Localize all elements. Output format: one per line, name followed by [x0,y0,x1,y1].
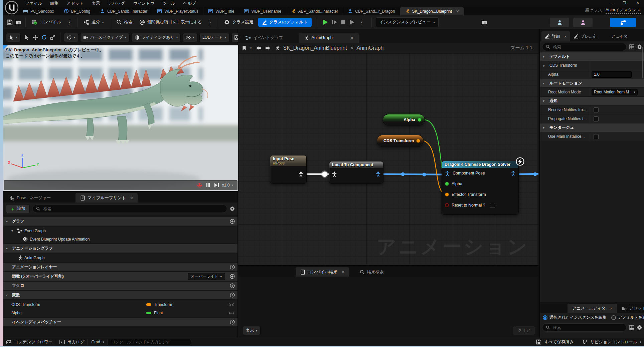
step-forward-icon[interactable] [214,183,217,187]
bp-section-イベントディスパッチャー[interactable]: イベントディスパッチャー [3,318,237,326]
node-alpha-getter[interactable]: Alpha [383,114,425,125]
grid-view-icon[interactable] [629,44,634,49]
play-options-kebab-icon[interactable]: ⋮ [358,20,365,25]
show-flags-button[interactable]: ▾ [183,33,197,42]
save-icon[interactable] [7,19,13,25]
rotation-snap-button[interactable]: ▾ [64,33,78,42]
asset-tab-BP_Config[interactable]: BP_Config [59,7,95,15]
menu-item-ファイル[interactable]: ファイル [22,0,45,7]
gear-icon[interactable] [637,44,642,49]
pin-Reset to Normal ?[interactable] [445,203,449,207]
pin-Effector Transform[interactable] [445,193,449,197]
save-status-button[interactable]: すべて保存済み [536,339,574,345]
content-drawer-button[interactable]: コンテンツドロワー [6,339,52,345]
node-input-pose[interactable]: Input Pose InPose [270,155,307,184]
transform-output-pin[interactable] [416,139,420,143]
close-icon[interactable]: × [351,36,353,40]
tab-my-blueprint[interactable]: マイブループリント × [75,193,137,203]
anim-preview-search[interactable] [542,323,627,332]
asset-tab-CBP_Sandb...haracter[interactable]: CBP_Sandb...haracter [95,7,152,15]
compile-options-kebab-icon[interactable]: ⋮ [66,20,73,25]
tab-pose-watch-manager[interactable]: Pose...ネージャー [5,193,55,203]
mesh-mode-button[interactable] [573,18,593,27]
diff-button[interactable]: 差分 ▾ [82,18,106,26]
maximize-button[interactable]: ☐ [620,0,629,5]
bp-item-Event Blueprint Update Animation[interactable]: Event Blueprint Update Animation [3,235,237,243]
gear-icon[interactable] [230,206,235,211]
override-dropdown[interactable]: オーバーライド▾ [188,273,225,280]
minimize-button[interactable]: ─ [607,0,615,5]
breadcrumb-current[interactable]: AnimGraph [357,45,384,51]
parent-class-link[interactable]: Animインスタンス [606,7,641,14]
menu-item-ツール[interactable]: ツール [159,0,178,7]
bp-section-関数 (5 オーバーライド可能)[interactable]: 関数 (5 オーバーライド可能)オーバーライド▾ [3,272,237,281]
node-dragonik-solver[interactable]: DragonIK Chinese Dragon Solver Component… [442,161,519,215]
pose-output-pin[interactable] [298,171,304,177]
back-arrow-icon[interactable] [255,45,262,51]
bp-section-アニメーションレイヤー[interactable]: アニメーションレイヤー [3,263,237,271]
view-mode-button[interactable]: ライティングあり ▾ [132,33,181,42]
record-icon[interactable] [197,183,202,188]
tab-anim-graph[interactable]: AnimGraph × [299,33,359,43]
node-local-to-component[interactable]: Local To Component [329,161,383,184]
details-search[interactable] [542,43,627,51]
cmd-dropdown[interactable]: Cmd ▾ [91,340,104,344]
menu-item-ウィンドウ[interactable]: ウィンドウ [130,0,158,7]
tab-preview-settings[interactable]: プレ...定 [570,31,600,41]
class-defaults-button[interactable]: クラスのデフォルト [258,18,312,27]
skeleton-mode-button[interactable] [550,18,569,27]
frame-skip-icon[interactable] [332,19,337,25]
tab-event-graph[interactable]: イベントグラフ [240,33,289,43]
find-button[interactable]: 検索 [114,18,135,26]
tab-find-results[interactable]: 結果検索 [355,267,388,277]
bp-item-AnimGraph[interactable]: AnimGraph [3,254,237,262]
perspective-menu-button[interactable]: パースペクティブ ▾ [80,33,130,42]
radio-edit-defaults[interactable] [611,315,616,320]
browse-asset-icon[interactable] [15,19,21,25]
asset-tab-WBP_Title[interactable]: WBP_Title [203,7,239,15]
bp-section-アニメーショングラフ[interactable]: ▾アニメーショングラフ [3,244,237,253]
tab-asset-browser[interactable]: アセットブラウザ [617,304,644,313]
asset-tab-WBP_PlayerStatus[interactable]: WBP_PlayerStatus [152,7,203,15]
node-cds-transform-getter[interactable]: CDS Transform [377,135,424,147]
details-section-デフォルト[interactable]: ▾デフォルト [540,52,644,61]
select-tool-button[interactable]: ▾ [6,33,21,42]
property-checkbox[interactable] [594,134,599,139]
play-icon[interactable] [349,19,355,25]
asset-tab-CBP_Sand...r_Dragon[interactable]: CBP_Sand...r_Dragon [343,7,400,15]
anim-preview-search-input[interactable] [552,325,623,330]
pause-icon[interactable] [206,183,210,187]
lod-button[interactable]: LODオート ▾ [199,33,229,42]
property-value-input[interactable]: 1.0 [592,71,632,78]
close-button[interactable]: ✕ [633,0,642,5]
tab-anim-preview-editor[interactable]: アニメー...ディタ × [568,304,617,313]
bp-section-マクロ[interactable]: マクロ [3,282,237,290]
grid-view-icon[interactable] [629,325,634,330]
radio-edit-selected[interactable] [543,315,547,320]
revision-control-button[interactable]: リビジョンコントロール ▾ [582,339,641,345]
close-icon[interactable]: × [130,196,133,200]
pose-input-pin[interactable] [332,171,337,177]
float-output-pin[interactable] [418,118,422,122]
hide-unrelated-button[interactable]: 無関係な項目を非表示にする [137,18,204,26]
bp-variable-CDS_Transform[interactable]: CDS_TransformTransform [3,300,237,309]
console-command-input[interactable] [111,340,188,344]
bp-item-EventGraph[interactable]: ▾EventGraph [3,227,237,235]
clear-button[interactable]: クリア [513,326,535,335]
stop-icon[interactable] [341,20,346,25]
details-scrollbar[interactable] [642,47,643,78]
console-command-field[interactable] [108,339,191,345]
close-icon[interactable]: × [342,270,344,274]
preview-instance-dropdown[interactable]: インスタンスをプレビュー ▾ [376,17,439,27]
class-settings-button[interactable]: クラス設定 [222,18,255,26]
my-blueprint-search-input[interactable] [43,206,223,212]
paste-pose-icon[interactable] [481,19,487,25]
tab-asset-editor[interactable]: ア...イタ [608,31,631,41]
asset-tab-SK_Dragon...Blueprint[interactable]: SK_Dragon...Blueprint× [400,7,464,15]
rotate-icon[interactable] [41,35,47,40]
bp-section-グラフ[interactable]: ▾グラフ [3,217,237,226]
details-section-モンタージュ[interactable]: ▾モンタージュ [540,123,644,132]
compile-button[interactable]: コンパイル [30,18,63,26]
close-icon[interactable]: × [456,9,459,13]
details-section-ルートモーション[interactable]: ▾ルートモーション [540,79,644,88]
